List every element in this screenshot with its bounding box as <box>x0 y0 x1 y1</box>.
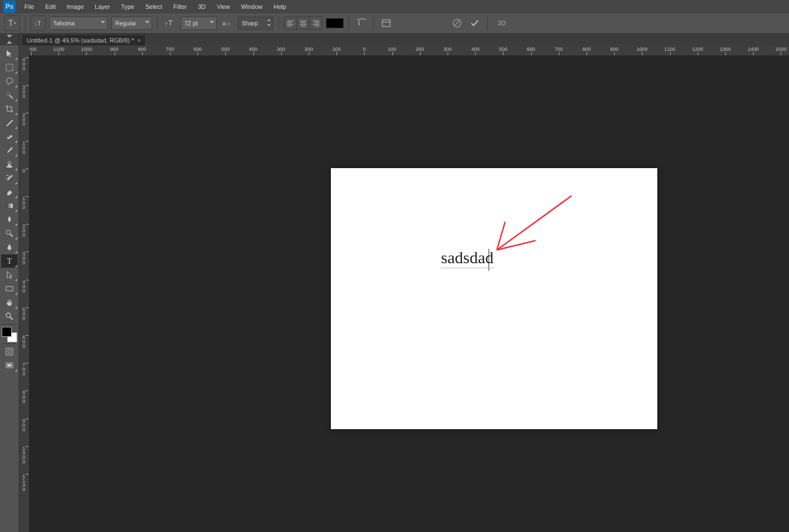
healing-icon <box>5 132 14 141</box>
quick-mask-button[interactable] <box>1 345 18 358</box>
menu-type[interactable]: Type <box>116 0 140 13</box>
menu-select[interactable]: Select <box>140 0 168 13</box>
text-layer[interactable]: sadsdad <box>441 248 494 268</box>
hand-icon <box>5 298 14 307</box>
menu-layer[interactable]: Layer <box>89 0 116 13</box>
svg-rect-31 <box>6 204 13 208</box>
pen-tool[interactable] <box>1 241 18 254</box>
menu-view[interactable]: View <box>211 0 236 13</box>
eyedropper-tool[interactable] <box>1 116 18 129</box>
quick-select-tool[interactable] <box>1 88 18 102</box>
svg-marker-34 <box>7 272 12 279</box>
crop-tool[interactable] <box>1 102 18 116</box>
ruler-label: 1000 <box>81 46 92 52</box>
color-swatches[interactable] <box>2 327 17 342</box>
ruler-label: 200 <box>20 224 28 237</box>
canvas-viewport[interactable]: sadsdad <box>29 55 789 532</box>
app-logo: Ps <box>3 1 15 13</box>
cancel-icon <box>452 18 462 28</box>
horizontal-ruler[interactable]: 1200110010009008007006005004003002001000… <box>19 45 789 56</box>
font-family-value: Tahoma <box>53 20 75 27</box>
ruler-label: 600 <box>20 335 28 348</box>
3d-button[interactable]: 3D <box>492 16 511 30</box>
dodge-tool[interactable] <box>1 227 18 240</box>
path-select-tool[interactable] <box>1 268 18 281</box>
align-center-button[interactable] <box>297 17 310 29</box>
marquee-tool[interactable] <box>1 61 18 74</box>
blur-tool[interactable] <box>1 213 18 226</box>
type-tool-icon: T <box>7 257 12 266</box>
ruler-label: 900 <box>610 46 619 52</box>
menu-window[interactable]: Window <box>235 0 268 13</box>
ruler-label: 700 <box>165 46 174 52</box>
cancel-edit-button[interactable] <box>450 16 464 30</box>
type-tool[interactable]: T <box>1 254 18 268</box>
svg-line-37 <box>10 317 13 320</box>
eraser-tool[interactable] <box>1 185 18 199</box>
menu-image[interactable]: Image <box>61 0 90 13</box>
ruler-label: 300 <box>277 46 285 52</box>
separator <box>373 16 374 30</box>
rectangle-tool[interactable] <box>1 282 18 295</box>
character-panel-button[interactable] <box>379 16 393 30</box>
ruler-label: 500 <box>221 46 230 52</box>
svg-line-33 <box>10 234 13 237</box>
zoom-tool[interactable] <box>1 310 18 323</box>
menu-filter[interactable]: Filter <box>168 0 192 13</box>
font-size-value: 72 pt <box>184 20 198 27</box>
ruler-label: 1100 <box>665 46 676 52</box>
font-size-dropdown[interactable]: 72 pt <box>180 17 217 30</box>
quick-mask-icon <box>5 347 14 356</box>
document-tab[interactable]: Untitled-1 @ 49,5% (sadsdad, RGB/8) * × <box>22 35 145 46</box>
text-orientation-button[interactable]: ↓T <box>30 15 46 31</box>
svg-text:a: a <box>227 20 231 27</box>
align-right-button[interactable] <box>310 17 322 29</box>
text-orientation-icon: ↓T <box>34 19 43 28</box>
ruler-label: 900 <box>110 46 118 52</box>
ruler-label: 700 <box>554 46 563 52</box>
menu-3d[interactable]: 3D <box>193 0 211 13</box>
menu-file[interactable]: File <box>19 0 40 13</box>
screen-mode-button[interactable] <box>1 359 18 372</box>
warp-text-button[interactable]: I <box>354 16 368 30</box>
hand-tool[interactable] <box>1 296 18 309</box>
separator <box>157 16 158 30</box>
document-canvas[interactable]: sadsdad <box>331 168 657 429</box>
foreground-color[interactable] <box>2 327 12 337</box>
vertical-ruler[interactable]: 4003002001000100200300400500600700800900… <box>19 45 29 532</box>
ruler-label: 1100 <box>20 474 28 492</box>
ruler-label: 600 <box>527 46 535 52</box>
blur-icon <box>5 215 14 224</box>
stamp-icon <box>5 160 14 169</box>
toolbox-collapse-handle[interactable] <box>0 33 19 45</box>
svg-point-32 <box>6 230 11 234</box>
menu-edit[interactable]: Edit <box>40 0 61 13</box>
move-icon <box>5 49 14 58</box>
wand-icon <box>5 91 14 100</box>
history-brush-tool[interactable] <box>1 171 18 185</box>
healing-brush-tool[interactable] <box>1 130 18 143</box>
brush-tool[interactable] <box>1 144 18 157</box>
document-tab-title: Untitled-1 @ 49,5% (sadsdad, RGB/8) * <box>27 37 134 44</box>
align-left-button[interactable] <box>284 17 297 29</box>
menu-help[interactable]: Help <box>268 0 292 13</box>
lasso-icon <box>5 77 14 86</box>
clone-stamp-tool[interactable] <box>1 158 18 171</box>
antialias-dropdown[interactable]: Sharp <box>238 17 273 30</box>
tool-preset-button[interactable]: T ▾ <box>4 15 20 31</box>
move-tool[interactable] <box>1 47 18 60</box>
tab-close-button[interactable]: × <box>137 37 141 44</box>
marquee-icon <box>5 63 14 72</box>
svg-text:a: a <box>222 20 226 27</box>
text-color-swatch[interactable] <box>326 18 344 28</box>
font-size-icon: TT <box>165 18 175 28</box>
commit-edit-button[interactable] <box>468 16 482 30</box>
crop-icon <box>5 105 14 113</box>
lasso-tool[interactable] <box>1 75 18 88</box>
ruler-label: 400 <box>20 280 28 293</box>
font-family-dropdown[interactable]: Tahoma <box>49 17 108 30</box>
ruler-label: 900 <box>20 419 28 432</box>
ruler-label: 700 <box>20 363 28 376</box>
gradient-tool[interactable] <box>1 199 18 212</box>
font-weight-dropdown[interactable]: Regular <box>111 17 152 30</box>
